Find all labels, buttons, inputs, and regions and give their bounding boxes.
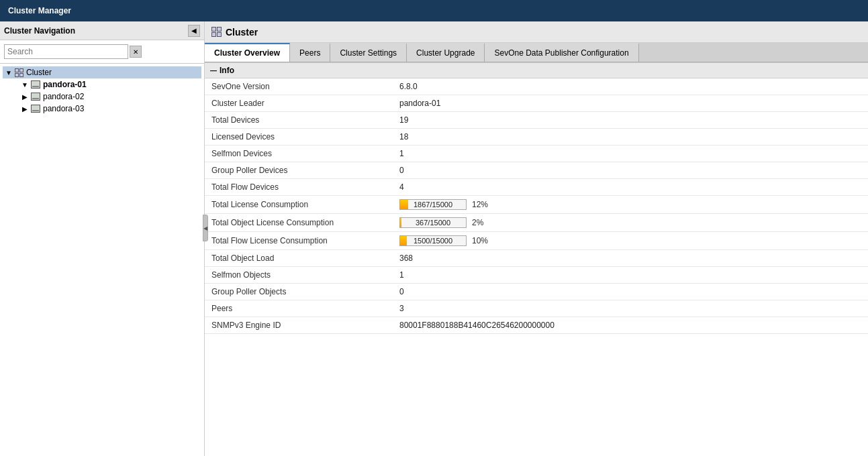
- title-bar: Cluster Manager: [0, 0, 868, 21]
- tab-cluster-upgrade[interactable]: Cluster Upgrade: [407, 43, 485, 62]
- sidebar-collapse-button[interactable]: ◀: [188, 25, 200, 37]
- tabs-bar: Cluster Overview Peers Cluster Settings …: [205, 43, 868, 62]
- info-row-label: Cluster Leader: [205, 95, 393, 112]
- table-row: SNMPv3 Engine ID80001F8880188B41460C2654…: [205, 317, 868, 334]
- info-row-value: 3: [393, 300, 868, 317]
- info-row-value: 4: [393, 179, 868, 196]
- info-row-label: Total License Consumption: [205, 196, 393, 214]
- content-header: Cluster: [205, 21, 868, 43]
- info-row-label: Peers: [205, 300, 393, 317]
- search-clear-button[interactable]: ✕: [130, 46, 142, 58]
- info-row-value: 0: [393, 284, 868, 300]
- table-row: Total Devices19: [205, 112, 868, 129]
- sidebar-header-label: Cluster Navigation: [4, 26, 75, 36]
- pandora-01-expand-icon[interactable]: ▼: [21, 81, 28, 88]
- info-row-label: Licensed Devices: [205, 129, 393, 146]
- info-row-label: Selfmon Devices: [205, 146, 393, 162]
- table-row: Total Flow License Consumption1500/15000…: [205, 232, 868, 250]
- content-title: Cluster: [226, 27, 258, 38]
- info-row-value: 367/150002%: [393, 214, 868, 232]
- table-row: Peers3: [205, 300, 868, 317]
- pandora-01-label: pandora-01: [43, 80, 87, 89]
- pandora-03-label: pandora-03: [43, 104, 84, 113]
- info-row-label: Total Devices: [205, 112, 393, 129]
- content-area: Cluster Cluster Overview Peers Cluster S…: [205, 21, 868, 456]
- tab-cluster-settings[interactable]: Cluster Settings: [330, 43, 407, 62]
- content-cluster-icon: [211, 27, 222, 37]
- cluster-expand-icon[interactable]: ▼: [5, 69, 12, 76]
- info-row-value: 80001F8880188B41460C26546200000000: [393, 317, 868, 334]
- main-panel: — Info SevOne Version6.8.0Cluster Leader…: [205, 62, 868, 456]
- tree-item-pandora-03[interactable]: ▶ pandora-03: [19, 103, 201, 115]
- info-row-value: 19: [393, 112, 868, 129]
- table-row: Group Poller Devices0: [205, 162, 868, 179]
- table-row: Selfmon Objects1: [205, 267, 868, 284]
- info-row-value: 1500/1500010%: [393, 232, 868, 250]
- server-icon-pandora-01: [31, 80, 40, 89]
- info-row-label: Total Flow Devices: [205, 179, 393, 196]
- info-table: SevOne Version6.8.0Cluster Leaderpandora…: [205, 78, 868, 334]
- tree-container: ▼ Cluster ▼: [0, 64, 204, 456]
- tree-children: ▼ pandora-01 ▶ pandora-02 ▶: [3, 78, 201, 115]
- info-section-header: — Info: [205, 62, 868, 78]
- tree-item-pandora-01[interactable]: ▼ pandora-01: [19, 78, 201, 91]
- table-row: Total Object License Consumption367/1500…: [205, 214, 868, 232]
- tab-cluster-overview[interactable]: Cluster Overview: [205, 43, 290, 62]
- sidebar-edge-collapse[interactable]: ◀: [203, 215, 208, 241]
- info-row-value: pandora-01: [393, 95, 868, 112]
- table-row: Licensed Devices18: [205, 129, 868, 146]
- info-row-label: Group Poller Devices: [205, 162, 393, 179]
- tree-item-pandora-02[interactable]: ▶ pandora-02: [19, 91, 201, 103]
- server-icon-pandora-02: [31, 93, 40, 101]
- sidebar-header: Cluster Navigation ◀: [0, 21, 204, 40]
- app-title: Cluster Manager: [8, 6, 71, 15]
- info-row-label: Total Object Load: [205, 250, 393, 267]
- info-row-label: Group Poller Objects: [205, 284, 393, 300]
- sidebar: Cluster Navigation ◀ ✕ ▼ C: [0, 21, 205, 456]
- info-row-value: 18: [393, 129, 868, 146]
- pandora-03-expand-icon[interactable]: ▶: [21, 105, 28, 112]
- info-section-title: Info: [220, 66, 234, 75]
- table-row: SevOne Version6.8.0: [205, 78, 868, 95]
- table-row: Total Object Load368: [205, 250, 868, 267]
- tab-peers[interactable]: Peers: [290, 43, 330, 62]
- info-collapse-icon[interactable]: —: [210, 67, 217, 74]
- server-icon-pandora-03: [31, 105, 40, 113]
- info-row-value: 0: [393, 162, 868, 179]
- pandora-02-label: pandora-02: [43, 92, 84, 101]
- info-row-label: SevOne Version: [205, 78, 393, 95]
- info-row-value: 1867/1500012%: [393, 196, 868, 214]
- table-row: Total Flow Devices4: [205, 179, 868, 196]
- tab-publisher-config[interactable]: SevOne Data Publisher Configuration: [485, 43, 638, 62]
- info-row-value: 368: [393, 250, 868, 267]
- search-container: ✕: [0, 40, 204, 64]
- table-row: Total License Consumption1867/1500012%: [205, 196, 868, 214]
- info-row-value: 1: [393, 267, 868, 284]
- table-row: Cluster Leaderpandora-01: [205, 95, 868, 112]
- info-row-label: SNMPv3 Engine ID: [205, 317, 393, 334]
- table-row: Selfmon Devices1: [205, 146, 868, 162]
- pandora-02-expand-icon[interactable]: ▶: [21, 93, 28, 100]
- info-row-value: 6.8.0: [393, 78, 868, 95]
- cluster-icon: [15, 68, 23, 77]
- table-row: Group Poller Objects0: [205, 284, 868, 300]
- info-row-label: Selfmon Objects: [205, 267, 393, 284]
- info-row-label: Total Object License Consumption: [205, 214, 393, 232]
- main-layout: Cluster Navigation ◀ ✕ ▼ C: [0, 21, 868, 456]
- info-row-label: Total Flow License Consumption: [205, 232, 393, 250]
- search-input[interactable]: [4, 44, 128, 59]
- tree-item-cluster[interactable]: ▼ Cluster: [3, 66, 201, 78]
- info-row-value: 1: [393, 146, 868, 162]
- cluster-label: Cluster: [26, 68, 52, 77]
